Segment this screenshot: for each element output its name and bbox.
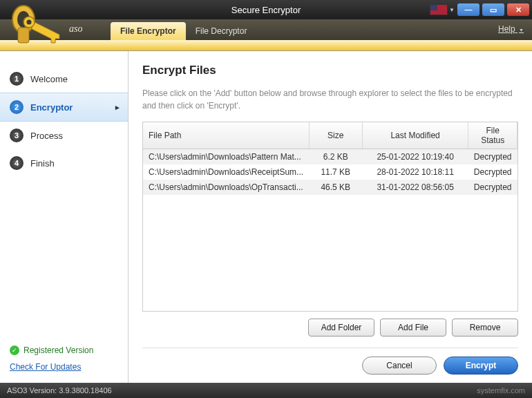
main: 1 Welcome 2 Encryptor 3 Process 4 Finish… (0, 51, 532, 383)
chevron-down-icon: ▼ (519, 28, 524, 32)
statusbar: ASO3 Version: 3.9.3800.18406 systemfix.c… (0, 383, 532, 398)
wizard-steps: 1 Welcome 2 Encryptor 3 Process 4 Finish (0, 51, 128, 339)
table-row[interactable]: C:\Users\admin\Downloads\ReceiptSum... 1… (143, 164, 517, 180)
step-number: 2 (10, 100, 23, 114)
tab-file-encryptor[interactable]: File Encryptor (111, 22, 186, 40)
col-size[interactable]: Size (309, 122, 362, 149)
step-label: Process (30, 131, 63, 141)
cell-path: C:\Users\admin\Downloads\OpTransacti... (143, 180, 309, 195)
step-number: 3 (10, 129, 23, 142)
svg-point-4 (27, 20, 32, 25)
step-number: 1 (10, 72, 23, 86)
cell-size: 46.5 KB (309, 180, 362, 195)
maximize-button[interactable]: ▭ (482, 3, 504, 16)
step-finish[interactable]: 4 Finish (0, 149, 128, 177)
cell-status: Decrypted (468, 180, 517, 195)
cell-path: C:\Users\admin\Downloads\Pattern Mat... (143, 149, 309, 165)
language-flag[interactable]: ▼ (430, 4, 455, 15)
page-title: Encrypt Files (142, 64, 518, 77)
remove-button[interactable]: Remove (452, 319, 518, 337)
key-lock-icon (6, 0, 64, 50)
check-updates-link[interactable]: Check For Updates (10, 362, 118, 372)
registered-version: ✓ Registered Version (10, 345, 118, 355)
app-title: Secure Encryptor (231, 5, 301, 15)
svg-rect-2 (18, 28, 29, 43)
content: Encrypt Files Please click on the 'Add' … (129, 51, 532, 383)
chevron-down-icon: ▼ (449, 7, 455, 13)
step-process[interactable]: 3 Process (0, 122, 128, 149)
help-menu[interactable]: Help ▼ (490, 19, 532, 40)
col-modified[interactable]: Last Modified (362, 122, 468, 149)
version-label: ASO3 Version: 3.9.3800.18406 (7, 386, 112, 395)
cell-modified: 28-01-2022 10:18:11 (362, 164, 468, 180)
cell-modified: 31-01-2022 08:56:05 (362, 180, 468, 195)
brand-label: aso (69, 23, 82, 35)
tab-file-decryptor[interactable]: File Decryptor (186, 22, 257, 40)
step-number: 4 (10, 156, 23, 170)
page-description: Please click on the 'Add' button below a… (142, 87, 518, 112)
file-table: File Path Size Last Modified File Status… (142, 122, 518, 312)
table-row[interactable]: C:\Users\admin\Downloads\Pattern Mat... … (143, 149, 517, 165)
step-label: Encryptor (30, 102, 73, 113)
encrypt-button[interactable]: Encrypt (444, 357, 518, 375)
step-welcome[interactable]: 1 Welcome (0, 65, 128, 93)
add-file-button[interactable]: Add File (380, 319, 446, 337)
sidebar-footer: ✓ Registered Version Check For Updates (0, 339, 128, 383)
add-folder-button[interactable]: Add Folder (308, 319, 374, 337)
registered-label: Registered Version (23, 345, 93, 355)
tabs: File Encryptor File Decryptor (111, 19, 256, 40)
table-header-row: File Path Size Last Modified File Status (143, 122, 517, 149)
col-file-path[interactable]: File Path (143, 122, 309, 149)
cell-size: 11.7 KB (309, 164, 362, 180)
table-row[interactable]: C:\Users\admin\Downloads\OpTransacti... … (143, 180, 517, 195)
cancel-button[interactable]: Cancel (362, 357, 437, 375)
sidebar: 1 Welcome 2 Encryptor 3 Process 4 Finish… (0, 51, 129, 383)
step-label: Welcome (30, 74, 68, 84)
watermark: systemfix.com (477, 386, 525, 395)
col-status[interactable]: File Status (468, 122, 517, 149)
close-button[interactable]: ✕ (507, 3, 529, 16)
help-label: Help (498, 24, 515, 34)
menubar: aso File Encryptor File Decryptor Help ▼ (0, 19, 532, 40)
step-encryptor[interactable]: 2 Encryptor (0, 93, 128, 122)
cell-modified: 25-01-2022 10:19:40 (362, 149, 468, 165)
cell-size: 6.2 KB (309, 149, 362, 165)
minimize-button[interactable]: — (457, 3, 479, 16)
titlebar: Secure Encryptor ▼ — ▭ ✕ (0, 0, 532, 19)
file-buttons: Add Folder Add File Remove (142, 319, 518, 337)
check-icon: ✓ (10, 345, 19, 355)
us-flag-icon (430, 4, 448, 15)
cell-status: Decrypted (468, 164, 517, 180)
cell-status: Decrypted (468, 149, 517, 165)
cell-path: C:\Users\admin\Downloads\ReceiptSum... (143, 164, 309, 180)
gold-strip (0, 40, 532, 51)
step-label: Finish (30, 158, 55, 169)
action-buttons: Cancel Encrypt (142, 348, 518, 375)
